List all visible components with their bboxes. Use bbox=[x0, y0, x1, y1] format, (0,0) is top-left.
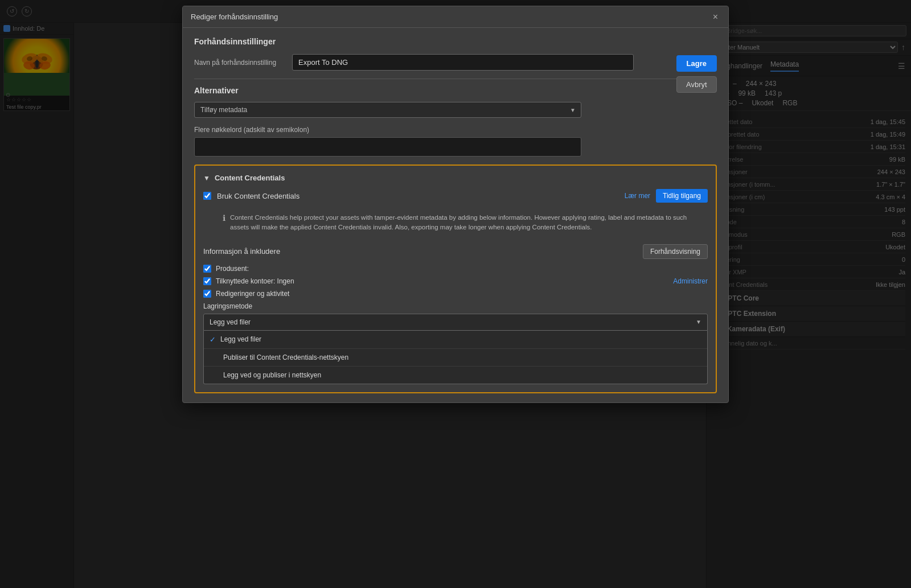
cc-title: Content Credentials bbox=[215, 174, 285, 182]
divider-1 bbox=[194, 79, 717, 79]
dialog-titlebar: Rediger forhåndsinnstilling × bbox=[183, 6, 728, 28]
keywords-input[interactable] bbox=[194, 137, 581, 157]
check-mark-icon: ✓ bbox=[210, 335, 216, 344]
dropdown-arrow-icon: ▼ bbox=[696, 319, 701, 325]
storage-dropdown-wrapper: Legg ved filer ▼ ✓ Legg ved filer Publis… bbox=[203, 314, 708, 384]
storage-selected-value: Legg ved filer bbox=[210, 318, 251, 326]
connected-accounts-checkbox[interactable] bbox=[203, 277, 211, 285]
storage-method-label: Lagringsmetode bbox=[203, 302, 708, 310]
storage-dropdown-options: ✓ Legg ved filer Publiser til Content Cr… bbox=[203, 331, 708, 384]
preset-name-input[interactable] bbox=[292, 54, 634, 71]
storage-option-2-label: Publiser til Content Credentials-nettsky… bbox=[223, 353, 348, 361]
use-cc-checkbox[interactable] bbox=[203, 192, 211, 200]
edits-row: Redigeringer og aktivitet bbox=[203, 290, 708, 298]
metadata-dropdown[interactable]: Tilføy metadata bbox=[194, 102, 581, 118]
use-cc-label: Bruk Content Credentials bbox=[217, 192, 619, 200]
use-cc-row: Bruk Content Credentials Lær mer Tidlig … bbox=[203, 189, 708, 203]
cc-info-text: Content Credentials help protect your as… bbox=[230, 213, 702, 233]
include-info-row: Informasjon å inkludere Forhåndsvisning bbox=[203, 244, 708, 259]
administer-link[interactable]: Administrer bbox=[673, 277, 708, 285]
preset-name-label: Navn på forhåndsinnstilling bbox=[194, 59, 285, 67]
modal-overlay: Rediger forhåndsinnstilling × Lagre Avbr… bbox=[0, 0, 911, 588]
storage-option-1[interactable]: ✓ Legg ved filer bbox=[204, 331, 707, 349]
connected-accounts-label: Tilknyttede kontoer: Ingen bbox=[216, 277, 294, 285]
info-icon: ℹ bbox=[223, 213, 225, 233]
storage-option-2[interactable]: Publiser til Content Credentials-nettsky… bbox=[204, 349, 707, 367]
cc-chevron-icon: ▼ bbox=[203, 174, 210, 182]
storage-option-3[interactable]: Legg ved og publiser i nettskyen bbox=[204, 367, 707, 384]
early-access-button[interactable]: Tidlig tilgang bbox=[656, 189, 708, 203]
producer-row: Produsent: bbox=[203, 265, 708, 273]
cc-header: ▼ Content Credentials bbox=[203, 174, 708, 182]
alternativ-title: Alternativer bbox=[194, 86, 717, 95]
app-background: ↺ ↻ Innhold: De bbox=[0, 0, 911, 588]
include-label: Informasjon å inkludere bbox=[203, 247, 280, 256]
preview-button[interactable]: Forhåndsvisning bbox=[643, 244, 708, 259]
storage-option-1-label: Legg ved filer bbox=[220, 335, 261, 343]
dialog-actions: Lagre Avbryt bbox=[676, 55, 717, 93]
cc-section: ▼ Content Credentials Bruk Content Crede… bbox=[194, 165, 717, 393]
storage-dropdown[interactable]: Legg ved filer ▼ bbox=[203, 314, 708, 331]
metadata-dropdown-wrapper: Tilføy metadata bbox=[194, 102, 581, 118]
edits-label: Redigeringer og aktivitet bbox=[216, 290, 289, 298]
preset-name-row: Navn på forhåndsinnstilling bbox=[194, 54, 717, 71]
preset-section-title: Forhåndsinnstillinger bbox=[194, 37, 717, 46]
edits-checkbox[interactable] bbox=[203, 290, 211, 298]
producer-label: Produsent: bbox=[216, 265, 249, 273]
dialog-title: Rediger forhåndsinnstilling bbox=[191, 13, 278, 21]
dialog-body: Lagre Avbryt Forhåndsinnstillinger Navn … bbox=[183, 28, 728, 402]
save-button[interactable]: Lagre bbox=[676, 55, 717, 72]
keywords-label: Flere nøkkelord (adskilt av semikolon) bbox=[194, 126, 717, 134]
close-button[interactable]: × bbox=[711, 11, 720, 23]
cancel-button[interactable]: Avbryt bbox=[676, 76, 717, 93]
storage-option-3-label: Legg ved og publiser i nettskyen bbox=[223, 371, 321, 379]
producer-checkbox[interactable] bbox=[203, 265, 211, 273]
connected-accounts-row: Tilknyttede kontoer: Ingen Administrer bbox=[203, 277, 708, 285]
cc-info-box: ℹ Content Credentials help protect your … bbox=[217, 208, 708, 237]
learn-more-link[interactable]: Lær mer bbox=[625, 192, 650, 200]
dialog: Rediger forhåndsinnstilling × Lagre Avbr… bbox=[182, 6, 729, 403]
